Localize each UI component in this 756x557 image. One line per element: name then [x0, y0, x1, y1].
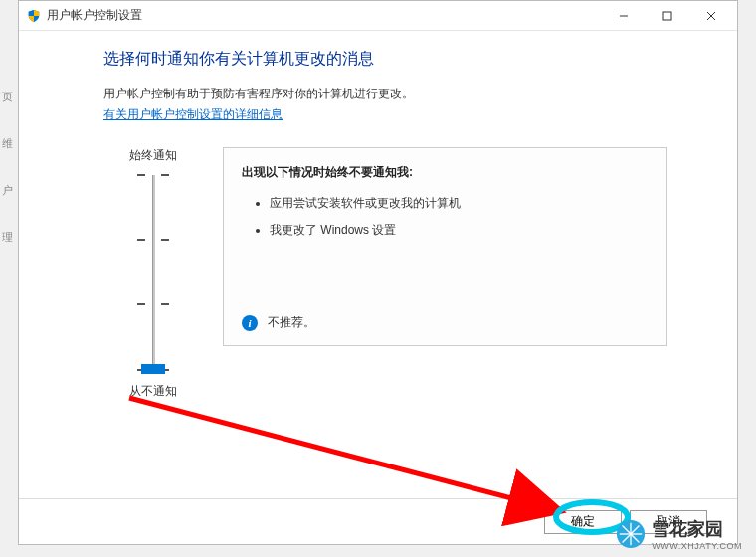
- window-controls: [602, 2, 733, 30]
- content-area: 选择何时通知你有关计算机更改的消息 用户帐户控制有助于预防有害程序对你的计算机进…: [19, 31, 737, 498]
- minimize-icon: [619, 11, 629, 21]
- page-description: 用户帐户控制有助于预防有害程序对你的计算机进行更改。: [103, 86, 667, 102]
- uac-settings-window: 用户帐户控制设置 选择何时通知你有关计算机更改的消息 用户帐户控制有助于预防有害…: [18, 0, 738, 545]
- info-bullet: 我更改了 Windows 设置: [270, 222, 649, 239]
- minimize-button[interactable]: [602, 2, 646, 30]
- info-icon: i: [242, 315, 258, 331]
- watermark: 雪花家园 WWW.XHJATY.COM: [616, 517, 742, 551]
- watermark-name: 雪花家园: [652, 517, 742, 541]
- info-panel-title: 出现以下情况时始终不要通知我:: [242, 164, 649, 181]
- window-title: 用户帐户控制设置: [47, 7, 602, 24]
- learn-more-link[interactable]: 有关用户帐户控制设置的详细信息: [103, 107, 283, 121]
- info-footer-text: 不推荐。: [268, 314, 315, 331]
- svg-rect-1: [663, 12, 671, 20]
- close-icon: [706, 11, 716, 21]
- watermark-text: 雪花家园 WWW.XHJATY.COM: [652, 517, 742, 551]
- info-bullet: 应用尝试安装软件或更改我的计算机: [270, 195, 649, 212]
- notification-slider[interactable]: [133, 174, 173, 373]
- close-button[interactable]: [689, 2, 733, 30]
- info-footer: i 不推荐。: [242, 314, 315, 331]
- slider-label-always: 始终通知: [129, 147, 177, 164]
- slider-column: 始终通知 从不通知: [103, 147, 203, 400]
- page-heading: 选择何时通知你有关计算机更改的消息: [103, 49, 667, 70]
- maximize-icon: [662, 11, 672, 21]
- ok-button[interactable]: 确定: [544, 510, 622, 534]
- uac-shield-icon: [27, 9, 41, 23]
- watermark-logo-icon: [616, 519, 646, 549]
- slider-label-never: 从不通知: [129, 383, 177, 400]
- titlebar: 用户帐户控制设置: [19, 1, 737, 31]
- ok-button-label: 确定: [571, 513, 595, 530]
- info-panel: 出现以下情况时始终不要通知我: 应用尝试安装软件或更改我的计算机 我更改了 Wi…: [223, 147, 667, 346]
- info-list: 应用尝试安装软件或更改我的计算机 我更改了 Windows 设置: [242, 195, 649, 239]
- background-fragments: 页 维 户 理: [2, 90, 13, 277]
- slider-track: [152, 175, 155, 372]
- slider-thumb[interactable]: [141, 364, 165, 374]
- slider-section: 始终通知 从不通知 出现以下情况时始终不要通知我: 应用尝试安装软件或更改我的计…: [103, 147, 667, 400]
- maximize-button[interactable]: [646, 2, 689, 30]
- watermark-url: WWW.XHJATY.COM: [652, 541, 742, 551]
